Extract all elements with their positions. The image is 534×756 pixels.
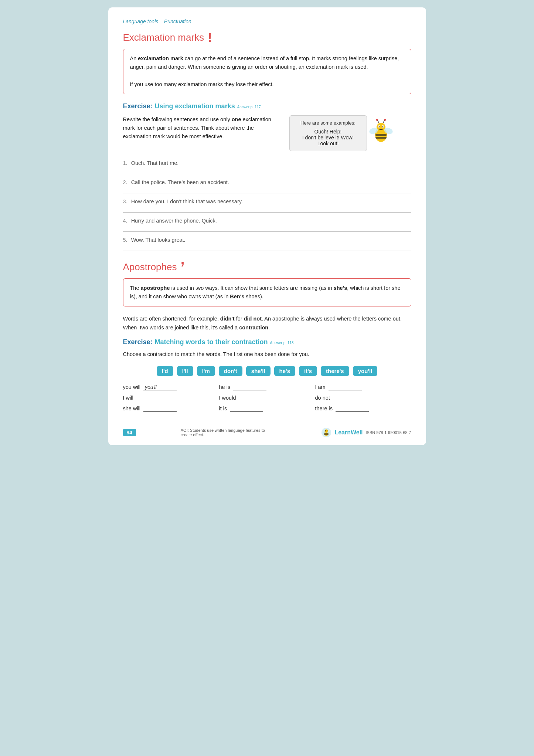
- answer-he-is: [233, 384, 266, 390]
- contraction-chips: I'd I'll I'm don't she'll he's it's ther…: [123, 362, 411, 381]
- chip-id: I'd: [157, 366, 173, 376]
- sentence-num-5: 5.: [123, 237, 127, 243]
- chip-ill: I'll: [177, 366, 193, 376]
- apostrophe-icon: ’: [180, 261, 184, 273]
- page: Language tools – Punctuation Exclamation…: [108, 7, 426, 445]
- answer-she-will: [143, 406, 177, 412]
- phrase-she-will: she will: [123, 406, 141, 411]
- answer-filled-youll: you'll: [145, 384, 156, 390]
- phrase-there-is: there is: [315, 406, 333, 411]
- phrase-he-is: he is: [219, 384, 231, 390]
- footer-brand: LearnWell ISBN 978-1-990015-68-7: [321, 427, 411, 438]
- bold-exclamation-mark: exclamation mark: [138, 55, 183, 61]
- info-box-line2: If you use too many exclamation marks th…: [130, 80, 404, 89]
- sentence-text-2: Call the police. There's been an acciden…: [131, 179, 229, 185]
- apostrophe-title: Apostrophes ’: [123, 261, 411, 273]
- match-i-will: I will: [123, 395, 219, 401]
- match-he-is: he is: [219, 384, 315, 390]
- chip-shell: she'll: [246, 366, 271, 376]
- info-box-line1: An exclamation mark can go at the end of…: [130, 54, 404, 71]
- exercise1-title-text: Using exclamation marks: [155, 102, 235, 110]
- sentence-item-5: 5. Wow. That looks great.: [123, 232, 411, 251]
- answer-i-would: [239, 395, 272, 401]
- example-line1: Ouch! Help!: [297, 129, 359, 135]
- page-header: Language tools – Punctuation: [123, 18, 411, 24]
- sentence-num-1: 1.: [123, 160, 127, 166]
- svg-point-6: [378, 126, 380, 127]
- exercise2-label: Exercise:: [123, 338, 153, 346]
- sentence-text-5: Wow. That looks great.: [131, 237, 186, 243]
- bee-illustration: [367, 115, 393, 145]
- exercise1-title: Exercise: Using exclamation marks Answer…: [123, 102, 411, 110]
- chip-theres: there's: [321, 366, 349, 376]
- svg-point-9: [376, 119, 378, 121]
- phrase-i-would: I would: [219, 395, 236, 401]
- exercise1-intro: Rewrite the following sentences and use …: [123, 115, 282, 141]
- phrase-do-not: do not: [315, 395, 330, 401]
- match-there-is: there is: [315, 406, 411, 412]
- footer-note: AOI: Students use written language featu…: [181, 428, 277, 437]
- exercise1-top: Rewrite the following sentences and use …: [123, 115, 411, 151]
- example-line2: I don't believe it! Wow!: [297, 135, 359, 140]
- example-box: Here are some examples: Ouch! Help! I do…: [289, 115, 367, 151]
- exercise2-answer-ref: Answer p. 118: [270, 341, 294, 345]
- answer-do-not: [333, 395, 366, 401]
- sentence-num-3: 3.: [123, 199, 127, 204]
- phrase-i-will: I will: [123, 395, 133, 401]
- phrase-i-am: I am: [315, 384, 326, 390]
- answer-i-am: [329, 384, 362, 390]
- match-i-am: I am: [315, 384, 411, 390]
- answer-i-will: [136, 395, 170, 401]
- chip-youll: you'll: [353, 366, 378, 376]
- exclamation-info-box: An exclamation mark can go at the end of…: [123, 49, 411, 94]
- learnwell-text: LearnWell: [334, 429, 363, 436]
- bee-container: Here are some examples: Ouch! Help! I do…: [289, 115, 393, 151]
- svg-point-20: [325, 430, 326, 431]
- svg-point-3: [377, 123, 385, 132]
- chip-im: I'm: [197, 366, 215, 376]
- exclamation-title: Exclamation marks !: [123, 31, 411, 44]
- svg-rect-18: [324, 434, 329, 435]
- match-i-would: I would: [219, 395, 315, 401]
- answer-it-is: [230, 406, 263, 412]
- phrase-you-will: you will: [123, 384, 141, 390]
- example-line3: Look out!: [297, 140, 359, 146]
- match-she-will: she will: [123, 406, 219, 412]
- apostrophe-title-text: Apostrophes: [123, 261, 177, 273]
- match-it-is: it is: [219, 406, 315, 412]
- answer-there-is: [336, 406, 369, 412]
- bold-contraction: contraction: [239, 325, 268, 330]
- isbn: ISBN 978-1-990015-68-7: [366, 430, 411, 435]
- svg-line-10: [383, 120, 385, 123]
- svg-rect-1: [375, 134, 387, 136]
- sentence-item-1: 1. Ouch. That hurt me.: [123, 155, 411, 174]
- exclamation-icon: !: [208, 31, 212, 44]
- sentence-text-4: Hurry and answer the phone. Quick.: [131, 218, 217, 224]
- exercise2-title-text: Matching words to their contraction: [155, 338, 268, 346]
- svg-rect-2: [375, 137, 387, 139]
- chip-hes: he's: [274, 366, 295, 376]
- exercise1-answer-ref: Answer p. 117: [237, 105, 261, 109]
- answer-you-will: you'll: [143, 384, 177, 390]
- example-box-title: Here are some examples:: [297, 120, 359, 126]
- apostrophe-paragraph: Words are often shortened; for example, …: [123, 315, 411, 332]
- sentence-text-1: Ouch. That hurt me.: [131, 160, 179, 166]
- chip-dont: don't: [219, 366, 242, 376]
- page-footer: 94 AOI: Students use written language fe…: [123, 424, 411, 438]
- bold-did-not: did not: [244, 316, 262, 322]
- sentence-num-4: 4.: [123, 218, 127, 224]
- apostrophe-info-text: The apostrophe is used in two ways. It c…: [130, 284, 404, 301]
- svg-point-11: [384, 119, 386, 121]
- svg-line-8: [377, 120, 379, 123]
- exercise2-intro: Choose a contraction to match the words.…: [123, 351, 411, 357]
- svg-point-7: [382, 126, 383, 127]
- sentence-list: 1. Ouch. That hurt me. 2. Call the polic…: [123, 155, 411, 251]
- exercise2-title: Exercise: Matching words to their contra…: [123, 338, 411, 346]
- bold-one: one: [232, 116, 241, 122]
- sentence-item-3: 3. How dare you. I don't think that was …: [123, 193, 411, 213]
- learnwell-bee-icon: [321, 427, 331, 438]
- match-rows: you will you'll he is I am I will I woul…: [123, 381, 411, 415]
- exclamation-title-text: Exclamation marks: [123, 32, 204, 43]
- page-number: 94: [123, 429, 136, 436]
- chip-its: it's: [299, 366, 317, 376]
